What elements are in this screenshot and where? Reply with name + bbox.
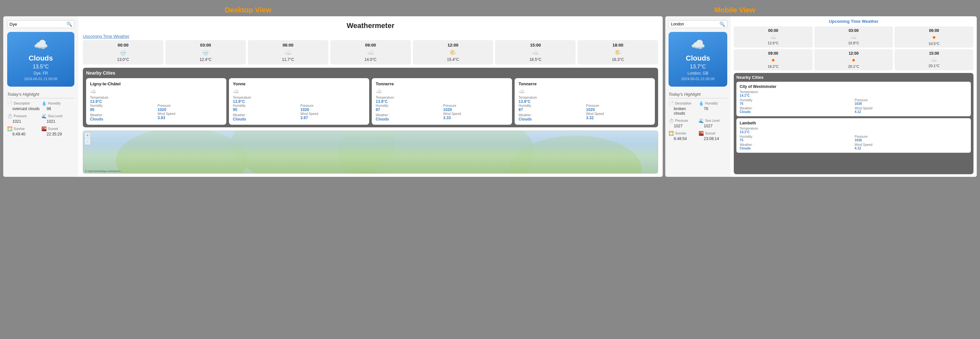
mobile-weather-card: ☁️ Clouds 13.7°C London, GB 2024-06-01 2… bbox=[668, 32, 727, 87]
mobile-highlight-pressure: ⏱️ Pressure 1027 bbox=[668, 118, 697, 128]
city-humidity: 97 bbox=[519, 108, 584, 112]
hourly-time: 03:00 bbox=[169, 43, 243, 48]
hourly-temp: 12.4°C bbox=[169, 57, 243, 62]
mobile-humidity-value: 76 bbox=[704, 106, 727, 111]
desktop-weather-icon: ☁️ bbox=[33, 38, 48, 51]
mobile-sea-level-value: 1027 bbox=[704, 124, 727, 128]
city-pressure: 1020 bbox=[443, 108, 508, 112]
city-name: Tonnerre bbox=[519, 81, 651, 86]
svg-point-3 bbox=[337, 131, 535, 173]
desktop-city-card-3: Tonnerre ☁️ Temperature 13.9°C Humidity … bbox=[515, 78, 655, 125]
city-name: Ligny-le-Châtel bbox=[90, 81, 223, 86]
mobile-hourly-temp: 16.2°C bbox=[735, 65, 811, 68]
mobile-search-bar[interactable]: 🔍 bbox=[668, 20, 727, 28]
humidity-icon: 💧 bbox=[41, 101, 47, 106]
desktop-upcoming-title: Upcoming Time Weather bbox=[83, 34, 658, 39]
desktop-hourly-row: 00:00 🌧️ 13.0°C 03:00 🌧️ 12.4°C 06:00 ☁️… bbox=[83, 40, 658, 65]
map-credit: © OpenStreetMap contributors. bbox=[85, 170, 121, 173]
mobile-hourly-card-3: 09:00 ● 16.2°C bbox=[734, 49, 813, 70]
city-pressure: 1020 bbox=[301, 108, 365, 112]
mobile-weather-icon: ☁️ bbox=[691, 38, 705, 51]
mobile-right-panel: Upcoming Time Weather 00:00 ☁️ 12.6°C 03… bbox=[730, 16, 977, 177]
mobile-view: 🔍 ☁️ Clouds 13.7°C London, GB 2024-06-01… bbox=[665, 16, 977, 177]
desktop-search-input[interactable] bbox=[10, 22, 67, 27]
city-humidity: 95 bbox=[90, 108, 155, 112]
mobile-hourly-temp: 12.6°C bbox=[735, 41, 811, 45]
mobile-sunrise-icon: 🌅 bbox=[668, 131, 674, 136]
highlight-sea-level: 🌊 Sea Level 1021 bbox=[41, 114, 74, 124]
mobile-hourly-icon: ● bbox=[735, 57, 811, 63]
mobile-sunset-icon: 🌇 bbox=[698, 131, 704, 136]
mobile-highlight-sunrise: 🌅 Sunrise 6:48:54 bbox=[668, 131, 697, 141]
mobile-city-card-0: City of Westminster Temperature 14.1°C H… bbox=[737, 82, 971, 116]
pressure-value: 1021 bbox=[13, 119, 40, 124]
desktop-nearby-section: Nearby Cities Ligny-le-Châtel ☁️ Tempera… bbox=[83, 68, 658, 127]
desktop-highlight-grid: 📄 Description overcast clouds 💧 Humidity… bbox=[7, 101, 74, 136]
sunrise-icon: 🌅 bbox=[7, 126, 13, 131]
mobile-city-name: City of Westminster bbox=[740, 84, 967, 89]
mobile-city-card-1: Lambeth Temperature 14.1°C Humidity 75 P… bbox=[737, 118, 971, 153]
city-temp: 13.9°C bbox=[90, 99, 223, 104]
highlight-description: 📄 Description overcast clouds bbox=[7, 101, 40, 111]
desktop-map: + - © OpenStreetMap contributo bbox=[83, 131, 658, 174]
hourly-temp: 16.3°C bbox=[581, 57, 655, 62]
desktop-hourly-card-1: 03:00 🌧️ 12.4°C bbox=[165, 40, 246, 65]
mobile-hourly-icon: ● bbox=[896, 34, 972, 41]
city-pressure: 1020 bbox=[158, 108, 223, 112]
desktop-search-icon[interactable]: 🔍 bbox=[67, 22, 72, 27]
mobile-hourly-temp: 10.5°C bbox=[896, 42, 972, 46]
mobile-humidity-icon: 💧 bbox=[698, 101, 704, 106]
city-temp: 13.9°C bbox=[233, 99, 365, 104]
humidity-value: 98 bbox=[47, 106, 74, 111]
hourly-icon: 🌧️ bbox=[169, 49, 243, 56]
desktop-hourly-card-4: 12:00 🌤️ 15.4°C bbox=[413, 40, 493, 65]
mobile-hourly-time: 03:00 bbox=[816, 29, 892, 33]
hourly-temp: 14.0°C bbox=[334, 57, 408, 62]
hourly-temp: 11.7°C bbox=[251, 57, 325, 62]
desktop-nearby-title: Nearby Cities bbox=[86, 70, 655, 76]
mobile-upcoming-title: Upcoming Time Weather bbox=[734, 19, 974, 24]
mobile-highlight-description: 📄 Description broken clouds bbox=[668, 101, 697, 116]
mobile-search-icon[interactable]: 🔍 bbox=[719, 22, 725, 27]
highlight-pressure: ⏱️ Pressure 1021 bbox=[7, 114, 40, 124]
mobile-weather-location: London, GB bbox=[687, 71, 708, 76]
hourly-time: 18:00 bbox=[581, 43, 655, 48]
hourly-icon: ☁️ bbox=[498, 49, 572, 56]
description-value: overcast clouds bbox=[13, 106, 40, 111]
desktop-hourly-card-5: 15:00 ☁️ 16.5°C bbox=[495, 40, 576, 65]
highlight-sunrise: 🌅 Sunrise 6:49:40 bbox=[7, 126, 40, 136]
sea-level-value: 1021 bbox=[47, 119, 74, 124]
sunset-icon: 🌇 bbox=[41, 126, 47, 131]
desktop-search-bar[interactable]: 🔍 bbox=[7, 20, 74, 28]
mobile-hourly-icon: ☁️ bbox=[896, 57, 972, 63]
hourly-icon: 🌤️ bbox=[581, 49, 655, 56]
mobile-nearby-section: Nearby Cities City of Westminster Temper… bbox=[734, 73, 974, 174]
city-icon: ☁️ bbox=[90, 88, 223, 94]
sunrise-value: 6:49:40 bbox=[13, 132, 40, 136]
highlight-humidity: 💧 Humidity 98 bbox=[41, 101, 74, 111]
city-weather: Clouds bbox=[376, 117, 441, 122]
mobile-pressure-value: 1027 bbox=[674, 124, 697, 128]
mobile-hourly-card-0: 00:00 ☁️ 12.6°C bbox=[734, 26, 813, 48]
mobile-weather-date: 2024-06-01 21:00:00 bbox=[681, 77, 714, 81]
mobile-search-input[interactable] bbox=[671, 22, 719, 26]
mobile-hourly-card-1: 03:00 ☁️ 10.8°C bbox=[815, 26, 893, 48]
city-temp: 13.9°C bbox=[376, 99, 508, 104]
mobile-left-panel: 🔍 ☁️ Clouds 13.7°C London, GB 2024-06-01… bbox=[665, 16, 730, 177]
desktop-weather-name: Clouds bbox=[29, 54, 53, 63]
mobile-hourly-time: 00:00 bbox=[735, 29, 811, 33]
hourly-time: 12:00 bbox=[416, 43, 490, 48]
city-wind: 3.97 bbox=[301, 116, 365, 120]
mobile-hourly-card-2: 06:00 ● 10.5°C bbox=[894, 26, 974, 48]
mobile-hourly-time: 09:00 bbox=[735, 51, 811, 56]
mobile-nearby-title: Nearby Cities bbox=[737, 75, 971, 80]
mobile-highlight-humidity: 💧 Humidity 76 bbox=[698, 101, 727, 116]
hourly-icon: 🌤️ bbox=[416, 49, 490, 56]
city-wind: 3.33 bbox=[443, 116, 508, 120]
desktop-weather-date: 2024-06-01 21:00:00 bbox=[24, 77, 57, 81]
desktop-hourly-card-6: 18:00 🌤️ 16.3°C bbox=[578, 40, 658, 65]
mobile-hourly-time: 06:00 bbox=[896, 29, 972, 33]
hourly-time: 06:00 bbox=[251, 43, 325, 48]
mobile-highlight-sea-level: 🌊 Sea Level 1027 bbox=[698, 118, 727, 128]
desktop-view-title: Desktop View bbox=[225, 6, 271, 14]
